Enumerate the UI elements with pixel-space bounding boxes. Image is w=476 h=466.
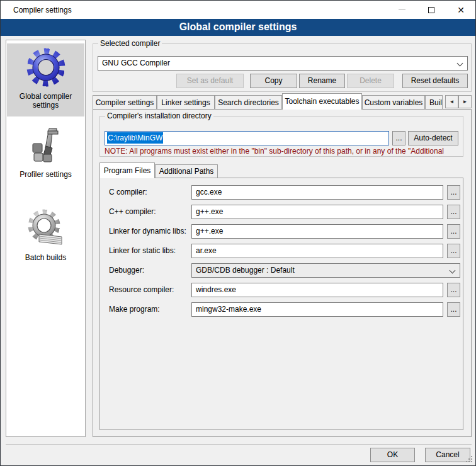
tab-compiler-settings[interactable]: Compiler settings (93, 95, 157, 110)
bin-subdirectory-note: NOTE: All programs must exist either in … (105, 147, 461, 156)
set-as-default-button[interactable]: Set as default (176, 74, 244, 88)
sidebar-item-batch-builds[interactable]: Batch builds (7, 203, 84, 270)
delete-button[interactable]: Delete (347, 74, 394, 88)
toolchain-executables-page: Compiler's installation directory C:\ray… (93, 109, 472, 437)
compiler-select[interactable]: GNU GCC Compiler (98, 56, 468, 71)
chevron-down-icon (450, 268, 456, 274)
resource-compiler-browse-button[interactable]: ... (447, 283, 460, 297)
cancel-button[interactable]: Cancel (425, 448, 470, 462)
dynamic-linker-input[interactable]: g++.exe (191, 224, 443, 239)
resource-compiler-label: Resource compiler: (109, 285, 174, 294)
sidebar-item-global-compiler-settings[interactable]: Global compiler settings (7, 43, 84, 116)
cpp-compiler-browse-button[interactable]: ... (447, 205, 460, 219)
installation-directory-group: Compiler's installation directory C:\ray… (99, 116, 463, 157)
sidebar-item-label: Batch builds (7, 252, 84, 266)
dynamic-linker-row: Linker for dynamic libs: g++.exe ... (100, 224, 464, 239)
tab-search-directories[interactable]: Search directories (215, 95, 282, 110)
make-program-value: mingw32-make.exe (196, 305, 261, 314)
make-program-row: Make program: mingw32-make.exe ... (100, 302, 464, 317)
static-linker-input[interactable]: ar.exe (191, 244, 443, 258)
tab-custom-variables[interactable]: Custom variables (362, 95, 425, 110)
static-linker-value: ar.exe (196, 246, 217, 255)
c-compiler-row: C compiler: gcc.exe ... (100, 185, 464, 200)
close-icon: ✕ (457, 5, 465, 15)
c-compiler-label: C compiler: (109, 188, 147, 196)
static-linker-label: Linker for static libs: (109, 246, 176, 255)
static-linker-row: Linker for static libs: ar.exe ... (100, 244, 464, 258)
close-button[interactable]: ✕ (446, 1, 475, 19)
tab-additional-paths[interactable]: Additional Paths (155, 164, 218, 178)
cpp-compiler-label: C++ compiler: (109, 207, 156, 216)
minimize-button[interactable] (387, 1, 416, 19)
program-files-tab-strip: Program Files Additional Paths (99, 162, 463, 178)
installation-directory-legend: Compiler's installation directory (105, 111, 213, 120)
tab-program-files[interactable]: Program Files (99, 162, 155, 178)
auto-detect-button[interactable]: Auto-detect (408, 131, 458, 145)
debugger-row: Debugger: GDB/CDB debugger : Default (100, 263, 464, 278)
maximize-icon (428, 7, 434, 13)
compiler-select-value: GNU GCC Compiler (102, 59, 170, 67)
browse-directory-button[interactable]: ... (392, 131, 405, 145)
debugger-select[interactable]: GDB/CDB debugger : Default (191, 263, 460, 278)
resource-compiler-value: windres.exe (196, 285, 236, 294)
compiler-settings-dialog: Compiler settings ✕ Global compiler sett… (0, 0, 476, 466)
window-title: Compiler settings (13, 6, 72, 14)
minimize-icon (399, 9, 405, 10)
debugger-label: Debugger: (109, 266, 144, 275)
sidebar-item-label: Global compiler settings (7, 91, 84, 113)
footer-divider (6, 444, 472, 445)
tab-build-options[interactable]: Build (425, 95, 443, 110)
dynamic-linker-browse-button[interactable]: ... (447, 224, 460, 239)
page-title: Global compiler settings (1, 19, 475, 36)
make-program-input[interactable]: mingw32-make.exe (191, 302, 443, 317)
make-program-browse-button[interactable]: ... (447, 302, 460, 317)
c-compiler-input[interactable]: gcc.exe (191, 185, 443, 200)
ok-button[interactable]: OK (370, 448, 415, 462)
c-compiler-browse-button[interactable]: ... (447, 185, 460, 200)
sidebar-item-label: Profiler settings (7, 169, 84, 183)
static-linker-browse-button[interactable]: ... (447, 244, 460, 258)
gear-blue-icon (25, 47, 67, 88)
program-files-page: C compiler: gcc.exe ... C++ compiler: g+… (99, 178, 463, 430)
sidebar-item-profiler-settings[interactable]: Profiler settings (7, 120, 84, 190)
cpp-compiler-row: C++ compiler: g++.exe ... (100, 205, 464, 219)
installation-directory-input[interactable]: C:\raylib\MinGW (105, 131, 389, 145)
cpp-compiler-input[interactable]: g++.exe (191, 205, 443, 219)
c-compiler-value: gcc.exe (196, 188, 222, 196)
tab-toolchain-executables[interactable]: Toolchain executables (282, 93, 362, 110)
settings-category-list: Global compiler settings (6, 40, 86, 437)
settings-tab-strip: Compiler settings Linker settings Search… (93, 93, 472, 110)
installation-directory-selected-text: C:\raylib\MinGW (107, 132, 163, 144)
rename-button[interactable]: Rename (299, 74, 345, 88)
resource-compiler-row: Resource compiler: windres.exe ... (100, 283, 464, 297)
chevron-down-icon (457, 60, 463, 67)
gear-stack-icon (25, 208, 67, 249)
make-program-label: Make program: (109, 305, 160, 314)
tab-linker-settings[interactable]: Linker settings (157, 95, 215, 110)
dynamic-linker-label: Linker for dynamic libs: (109, 227, 186, 236)
cpp-compiler-value: g++.exe (196, 207, 223, 216)
titlebar: Compiler settings ✕ (1, 1, 475, 19)
tab-scroll-right-button[interactable]: ► (458, 95, 472, 108)
resource-compiler-input[interactable]: windres.exe (191, 283, 443, 297)
selected-compiler-group: Selected compiler GNU GCC Compiler Set a… (93, 43, 472, 92)
caliper-blocks-icon (25, 125, 67, 166)
resize-grip[interactable] (471, 461, 472, 462)
dynamic-linker-value: g++.exe (196, 227, 223, 236)
selected-compiler-legend: Selected compiler (98, 39, 162, 48)
reset-defaults-button[interactable]: Reset defaults (402, 74, 468, 88)
maximize-button[interactable] (417, 1, 446, 19)
tab-scroll-left-button[interactable]: ◄ (445, 95, 458, 108)
copy-button[interactable]: Copy (250, 74, 297, 88)
debugger-value: GDB/CDB debugger : Default (196, 266, 295, 275)
